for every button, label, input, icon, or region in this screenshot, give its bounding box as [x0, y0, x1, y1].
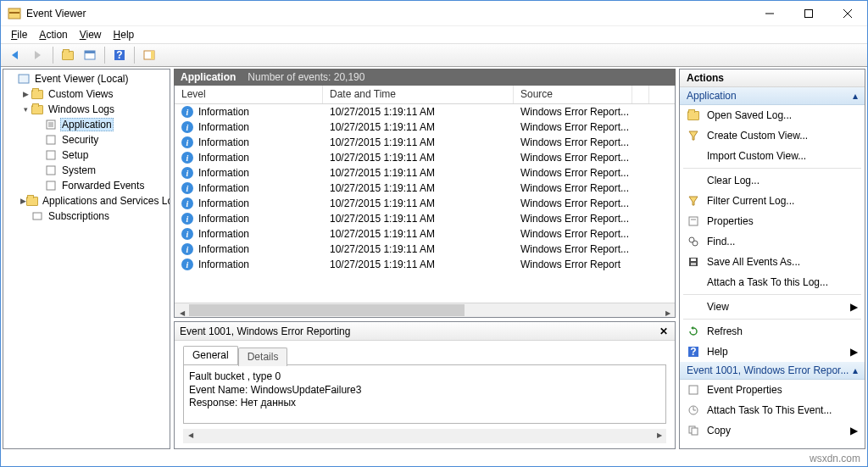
tree-subscriptions[interactable]: Subscriptions: [3, 208, 170, 224]
minimize-button[interactable]: [750, 1, 789, 26]
table-row[interactable]: iInformation10/27/2015 1:19:11 AMWindows…: [175, 257, 675, 272]
action-clear-log[interactable]: Clear Log...: [680, 170, 865, 191]
filter-icon: [687, 194, 700, 208]
information-icon: i: [181, 197, 193, 209]
action-save-all[interactable]: Save All Events As...: [680, 252, 865, 272]
app-icon: [8, 7, 21, 20]
table-row[interactable]: iInformation10/27/2015 1:19:11 AMWindows…: [175, 211, 675, 226]
back-button[interactable]: [6, 46, 26, 64]
tree-setup[interactable]: Setup: [3, 147, 170, 163]
close-button[interactable]: [828, 1, 867, 26]
submenu-arrow-icon: ▶: [850, 301, 858, 313]
svg-rect-3: [805, 9, 813, 17]
table-row[interactable]: iInformation10/27/2015 1:19:11 AMWindows…: [175, 242, 675, 257]
information-icon: i: [181, 228, 193, 240]
tree-security[interactable]: Security: [3, 132, 170, 147]
refresh-icon: [687, 325, 700, 338]
svg-rect-11: [151, 51, 154, 59]
panel-button[interactable]: [139, 46, 159, 64]
detail-body[interactable]: Fault bucket , type 0 Event Name: Window…: [183, 364, 666, 424]
menu-help[interactable]: Help: [108, 27, 140, 42]
tree-apps-services[interactable]: ▶Applications and Services Lo: [3, 193, 170, 208]
table-row[interactable]: iInformation10/27/2015 1:19:11 AMWindows…: [175, 150, 675, 165]
col-date[interactable]: Date and Time: [323, 86, 514, 103]
svg-rect-28: [691, 263, 696, 265]
information-icon: i: [181, 213, 193, 225]
task-icon: [687, 403, 700, 417]
col-level[interactable]: Level: [175, 86, 323, 103]
menu-view[interactable]: View: [75, 27, 107, 42]
svg-rect-27: [691, 259, 696, 261]
folder-button[interactable]: [58, 46, 78, 64]
detail-close-button[interactable]: ✕: [658, 325, 670, 337]
svg-rect-31: [689, 386, 698, 394]
table-row[interactable]: iInformation10/27/2015 1:19:11 AMWindows…: [175, 165, 675, 181]
separator: [683, 168, 861, 169]
submenu-arrow-icon: ▶: [850, 425, 858, 436]
tree-custom-views[interactable]: ▶Custom Views: [3, 86, 170, 102]
action-copy[interactable]: Copy▶: [680, 420, 865, 441]
separator: [683, 319, 861, 320]
action-attach-task-event[interactable]: Attach Task To This Event...: [680, 400, 865, 420]
svg-rect-36: [692, 428, 698, 435]
table-row[interactable]: iInformation10/27/2015 1:19:11 AMWindows…: [175, 181, 675, 196]
actions-section-event[interactable]: Event 1001, Windows Error Repor...▴: [680, 362, 865, 380]
svg-rect-7: [85, 51, 95, 53]
blank-icon: [687, 300, 700, 314]
action-refresh[interactable]: Refresh: [680, 321, 865, 342]
table-row[interactable]: iInformation10/27/2015 1:19:11 AMWindows…: [175, 196, 675, 211]
information-icon: i: [181, 136, 193, 148]
action-find[interactable]: Find...: [680, 231, 865, 252]
information-icon: i: [181, 152, 193, 164]
tab-details[interactable]: Details: [238, 347, 288, 366]
svg-text:?: ?: [690, 346, 696, 358]
detail-title: Event 1001, Windows Error Reporting: [180, 325, 350, 337]
tree-forwarded[interactable]: Forwarded Events: [3, 178, 170, 193]
tree-root[interactable]: Event Viewer (Local): [3, 71, 170, 86]
tree-windows-logs[interactable]: ▾Windows Logs: [3, 102, 170, 117]
properties-icon: [687, 214, 700, 228]
action-view[interactable]: View▶: [680, 297, 865, 317]
detail-pane: Event 1001, Windows Error Reporting ✕ Ge…: [174, 321, 676, 449]
svg-rect-22: [689, 217, 698, 225]
table-row[interactable]: iInformation10/27/2015 1:19:11 AMWindows…: [175, 135, 675, 150]
table-row[interactable]: iInformation10/27/2015 1:19:11 AMWindows…: [175, 120, 675, 135]
action-properties[interactable]: Properties: [680, 211, 865, 231]
action-import-custom-view[interactable]: Import Custom View...: [680, 146, 865, 166]
tree-system[interactable]: System: [3, 163, 170, 178]
help-button[interactable]: ?: [109, 46, 130, 64]
action-open-saved-log[interactable]: Open Saved Log...: [680, 105, 865, 125]
grid-body[interactable]: iInformation10/27/2015 1:19:11 AMWindows…: [175, 104, 675, 303]
horizontal-scrollbar[interactable]: [175, 303, 675, 317]
help-icon: ?: [687, 345, 700, 359]
tree-panel: Event Viewer (Local) ▶Custom Views ▾Wind…: [3, 69, 170, 449]
svg-rect-19: [47, 166, 55, 175]
main-area: Event Viewer (Local) ▶Custom Views ▾Wind…: [1, 67, 867, 451]
maximize-button[interactable]: [789, 1, 828, 26]
separator: [683, 294, 861, 295]
col-source[interactable]: Source: [514, 86, 632, 103]
information-icon: i: [181, 121, 193, 133]
event-grid: Level Date and Time Source iInformation1…: [174, 86, 676, 318]
action-attach-task[interactable]: Attach a Task To this Log...: [680, 272, 865, 292]
menu-file[interactable]: File: [6, 27, 32, 42]
table-row[interactable]: iInformation10/27/2015 1:19:11 AMWindows…: [175, 104, 675, 120]
detail-header: Event 1001, Windows Error Reporting ✕: [175, 322, 675, 341]
table-row[interactable]: iInformation10/27/2015 1:19:11 AMWindows…: [175, 226, 675, 242]
menu-action[interactable]: Action: [34, 27, 72, 42]
svg-rect-12: [19, 75, 29, 83]
detail-line: Response: Нет данных: [189, 397, 660, 410]
tab-general[interactable]: General: [183, 346, 238, 364]
properties-button[interactable]: [80, 46, 100, 64]
tree-application[interactable]: Application: [3, 117, 170, 132]
action-event-properties[interactable]: Event Properties: [680, 380, 865, 400]
detail-hscroll[interactable]: [183, 429, 666, 443]
forward-button[interactable]: [28, 46, 48, 64]
action-filter-log[interactable]: Filter Current Log...: [680, 191, 865, 211]
window-title: Event Viewer: [26, 8, 750, 19]
information-icon: i: [181, 106, 193, 118]
action-help[interactable]: ?Help▶: [680, 342, 865, 362]
action-create-custom-view[interactable]: Create Custom View...: [680, 125, 865, 146]
separator: [53, 47, 53, 64]
actions-section-app[interactable]: Application▴: [680, 87, 865, 105]
